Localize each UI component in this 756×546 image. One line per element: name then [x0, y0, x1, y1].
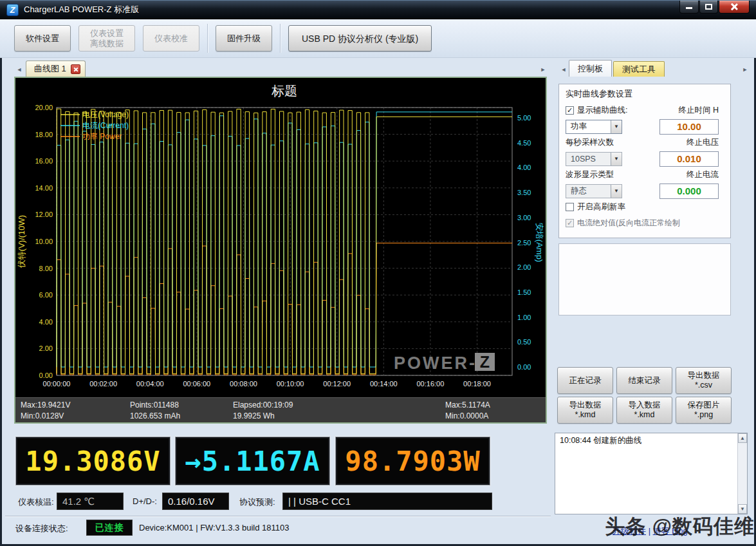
scroll-down-icon[interactable]: ▼	[738, 504, 747, 514]
svg-text:00:14:00: 00:14:00	[370, 380, 398, 388]
save-png-line2: *.png	[694, 410, 713, 420]
connection-status-badge: 已连接	[86, 520, 133, 536]
svg-text:0.00: 0.00	[39, 372, 53, 379]
svg-text:2.00: 2.00	[517, 263, 531, 271]
chart-stats-footer: Max:19.9421V Points:011488 Elapsed:00:19…	[15, 397, 546, 422]
pd-analyzer-button[interactable]: USB PD 协议分析仪 (专业版)	[288, 25, 432, 52]
panel-tabs-scroll-left-icon[interactable]: ◄	[558, 63, 569, 76]
svg-text:3.50: 3.50	[517, 189, 531, 196]
record-export-buttons: 正在记录 结束记录 导出数据 *.csv 导出数据 *.kmd 导入数据 *.k…	[557, 367, 733, 424]
export-csv-button[interactable]: 导出数据 *.csv	[676, 367, 732, 394]
svg-text:20.00: 20.00	[35, 104, 53, 111]
high-refresh-label: 开启高刷新率	[577, 202, 625, 212]
tab-curve-chart-1[interactable]: 曲线图 1	[26, 61, 86, 77]
sps-select-value: 10SPS	[571, 155, 596, 164]
firmware-upgrade-button[interactable]: 固件升级	[216, 25, 272, 52]
svg-text:伏特(V)/(10W): 伏特(V)/(10W)	[17, 215, 26, 268]
svg-text:0.00: 0.00	[517, 363, 531, 371]
high-refresh-checkbox-row[interactable]: 开启高刷新率	[566, 202, 625, 212]
svg-text:4.00: 4.00	[39, 318, 53, 326]
import-kmd-line1: 导入数据	[629, 400, 661, 410]
event-log: 10:08:44 创建新的曲线 ▲ ▼	[555, 433, 748, 514]
minimize-button[interactable]	[679, 1, 699, 14]
stop-recording-button[interactable]: 结束记录	[616, 367, 672, 394]
stat-min-current: Min:0.0000A	[445, 411, 540, 422]
import-kmd-button[interactable]: 导入数据 *.kmd	[616, 397, 672, 424]
recording-button[interactable]: 正在记录	[557, 367, 613, 394]
stop-recording-button-label: 结束记录	[629, 376, 661, 386]
current-display: →5.1167A	[175, 437, 330, 485]
chart-tabs-scroll-right-icon[interactable]: ►	[538, 63, 548, 76]
show-aux-curve-checkbox-row[interactable]: ✓ 显示辅助曲线:	[566, 105, 627, 116]
stat-max-voltage: Max:19.9421V	[21, 400, 130, 411]
stat-mah: 1026.653 mAh	[130, 411, 233, 422]
svg-text:18.00: 18.00	[35, 131, 53, 138]
end-time-label: 终止时间 H	[679, 105, 719, 116]
svg-text:8.00: 8.00	[39, 265, 53, 272]
tab-curve-chart-1-label: 曲线图 1	[34, 63, 66, 75]
toutiao-watermark: 头条 @数码佳维	[605, 513, 755, 540]
svg-text:1.50: 1.50	[517, 288, 531, 296]
svg-text:5.00: 5.00	[517, 114, 531, 122]
toolbar-divider	[207, 24, 208, 53]
save-png-button[interactable]: 保存图片 *.png	[676, 397, 732, 424]
power-display: 98.7903W	[335, 437, 490, 485]
waveform-chart: 20.0018.0016.0014.0012.0010.008.006.004.…	[14, 77, 547, 424]
scroll-up-icon[interactable]: ▲	[738, 433, 747, 443]
export-kmd-button[interactable]: 导出数据 *.kmd	[557, 397, 613, 424]
maximize-button[interactable]	[699, 1, 718, 14]
svg-text:14.00: 14.00	[35, 184, 53, 192]
svg-text:4.00: 4.00	[517, 164, 531, 171]
chevron-down-icon[interactable]: ▼	[611, 185, 622, 198]
save-png-line1: 保存图片	[688, 400, 720, 410]
power-select[interactable]: 功率 ▼	[566, 120, 622, 134]
meter-calibration-button[interactable]: 仪表校准	[143, 25, 199, 52]
tab-close-icon[interactable]	[71, 64, 80, 74]
svg-text:2.50: 2.50	[517, 239, 531, 247]
svg-text:Z: Z	[480, 353, 490, 371]
device-info: Device:KM001 | FW:V1.3.3 build 181103	[139, 523, 289, 532]
group-title: 实时曲线参数设置	[566, 88, 724, 102]
log-scrollbar[interactable]: ▲ ▼	[737, 433, 747, 514]
abs-current-checkbox-row[interactable]: ✓ 电流绝对值(反向电流正常绘制	[566, 218, 680, 229]
chart-tabs-scroll-left-icon[interactable]: ◄	[14, 63, 24, 76]
core-temp-value: 41.2 ℃	[57, 493, 124, 510]
tab-test-tools[interactable]: 测试工具	[613, 61, 665, 77]
wave-type-select-value: 静态	[571, 185, 587, 196]
svg-text:3.00: 3.00	[517, 214, 531, 221]
chevron-down-icon[interactable]: ▼	[611, 153, 622, 165]
panel-tabs-scroll-right-icon[interactable]: ►	[740, 63, 750, 76]
tab-control-panel[interactable]: 控制板	[569, 60, 612, 77]
end-time-input[interactable]	[659, 119, 719, 135]
checkbox-checked-disabled-icon: ✓	[566, 219, 574, 227]
log-entry: 10:08:44 创建新的曲线	[555, 433, 747, 448]
close-icon	[730, 3, 739, 11]
svg-text:2.00: 2.00	[39, 344, 53, 352]
stat-min-voltage: Min:0.0128V	[21, 411, 130, 422]
empty-settings-group	[558, 243, 731, 315]
close-button[interactable]	[719, 1, 750, 14]
core-temp-label: 仪表核温:	[18, 496, 54, 508]
window-controls	[679, 1, 750, 14]
svg-text:0.50: 0.50	[517, 338, 531, 346]
end-voltage-input[interactable]	[659, 151, 719, 167]
checkbox-checked-icon[interactable]: ✓	[566, 106, 574, 115]
panel-tabstrip: ◄ 控制板 测试工具 ►	[558, 59, 750, 77]
end-current-input[interactable]	[659, 184, 719, 199]
meter-offline-data-button[interactable]: 仪表设置 离线数据	[78, 25, 135, 52]
meter-offline-line2: 离线数据	[90, 39, 124, 49]
svg-text:00:06:00: 00:06:00	[183, 380, 210, 388]
chevron-down-icon[interactable]: ▼	[611, 120, 622, 133]
abs-current-label: 电流绝对值(反向电流正常绘制	[577, 218, 680, 229]
titlebar: Z ChargerLAB POWER-Z 标准版	[0, 0, 756, 19]
protocol-value: | | USB-C CC1	[282, 493, 492, 510]
svg-text:00:04:00: 00:04:00	[136, 380, 164, 388]
svg-text:安培(Amp): 安培(Amp)	[535, 223, 544, 262]
checkbox-unchecked-icon[interactable]	[566, 203, 574, 211]
software-settings-button[interactable]: 软件设置	[14, 25, 71, 52]
svg-text:6.00: 6.00	[39, 291, 53, 299]
svg-text:功率 Power: 功率 Power	[82, 132, 122, 141]
wave-type-select[interactable]: 静态 ▼	[566, 184, 622, 198]
sps-select[interactable]: 10SPS ▼	[566, 152, 622, 166]
stat-points: Points:011488	[130, 400, 233, 411]
